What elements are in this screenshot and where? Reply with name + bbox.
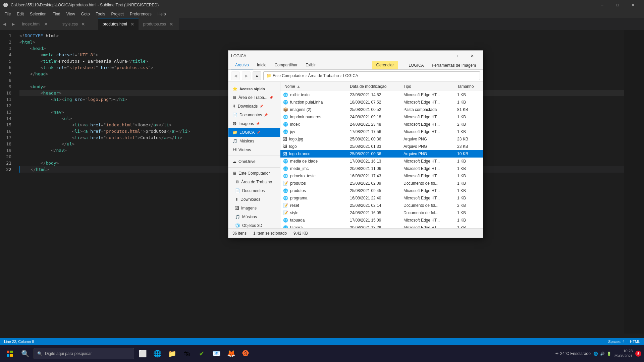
menu-tools[interactable]: Tools [93,11,108,17]
menu-goto[interactable]: Goto [78,11,93,17]
file-row-function-pula[interactable]: 🌐function pulaLinha 18/08/2021 07:52 Mic… [280,99,483,106]
ribbon-tab-compartilhar[interactable]: Compartilhar [270,61,302,69]
col-nome[interactable]: Nome ▲ [282,84,347,89]
task-view-button[interactable]: ⬜ [136,347,149,360]
sidebar-item-videos-quick[interactable]: 🎞 Vídeos [228,145,280,154]
line-num-21: 21 [0,160,11,166]
menu-edit[interactable]: Edit [14,11,26,17]
file-row-produtos-doc[interactable]: 📝produtos 25/08/2021 02:09 Documento de … [280,180,483,187]
tab-index-html[interactable]: index.html ✕ [17,18,58,30]
tab-close-style-css[interactable]: ✕ [80,21,86,27]
menu-selection[interactable]: Selection [27,11,49,17]
sidebar-item-este-computador[interactable]: 🖥 Este Computador [228,169,280,178]
file-row-medir-imc[interactable]: 🌐medir_imc 20/08/2021 11:06 Microsoft Ed… [280,165,483,172]
tab-nav-prev[interactable]: ◀ [0,18,9,30]
sidebar-item-musicas-sub[interactable]: 🎵 Músicas [228,213,280,221]
menu-view[interactable]: View [64,11,78,17]
taskbar-weather[interactable]: ☀ 24°C Ensolarado [555,351,591,356]
store-icon[interactable]: 🛍 [180,347,193,360]
notification-badge[interactable]: 5 [635,351,641,357]
sidebar-item-imagens-quick[interactable]: 🖼 Imagens 📌 [228,119,280,128]
firefox-icon[interactable]: 🦊 [225,347,237,360]
mail-icon[interactable]: 📧 [210,347,223,360]
menu-help[interactable]: Help [155,11,169,17]
edge-icon[interactable]: 🌐 [151,347,164,360]
file-row-logo[interactable]: 🖼logo 25/08/2021 01:33 Arquivo PNG 23 KB [280,143,483,150]
fe-maximize-button[interactable]: □ [448,51,464,61]
taskbar-search-box[interactable]: 🔍 Digite aqui para pesquisar [34,348,134,359]
sidebar-item-area-trabalho[interactable]: 🖥 Área de Traba... 📌 [228,93,280,102]
menu-project[interactable]: Project [109,11,126,17]
file-row-imagens-2[interactable]: 📦imagens (2) 25/08/2021 00:52 Pasta comp… [280,106,483,113]
sidebar-item-acesso-rapido[interactable]: ⭐ Acesso rápido [228,84,280,93]
ribbon-tab-ferramentas[interactable]: Ferramentas de Imagem [428,61,480,69]
fe-close-button[interactable]: ✕ [465,51,480,61]
volume-icon[interactable]: 🔊 [600,352,605,356]
fe-back-button[interactable]: ◀ [231,71,240,80]
maximize-button[interactable]: □ [610,0,625,10]
taskbar-sys-icons: 🌐 🔊 🔋 [593,352,611,356]
search-button[interactable]: 🔍 [19,347,32,360]
tab-close-index-html[interactable]: ✕ [43,21,49,27]
file-type-medir: Microsoft Edge HT... [401,166,454,171]
file-row-tamara[interactable]: 🌐tamara 20/08/2021 13:29 Microsoft Edge … [280,224,483,228]
statusbar: Line 22, Column 8 Spaces: 4 HTML [0,338,644,345]
file-row-logo-branco[interactable]: 🖼logo-branco 25/08/2021 00:36 Arquivo PN… [280,150,483,158]
tab-style-css[interactable]: style.css ✕ [58,18,98,30]
sidebar-item-musicas-quick[interactable]: 🎵 Músicas [228,137,280,145]
file-row-tabuada[interactable]: 🌐tabuada 17/08/2021 15:09 Microsoft Edge… [280,217,483,224]
menu-find[interactable]: Find [50,11,63,17]
tab-nav-next[interactable]: ▶ [9,18,17,30]
sidebar-item-logica[interactable]: 📁 LOGICA 📌 [228,128,280,137]
col-size[interactable]: Tamanho [454,84,481,89]
minimize-button[interactable]: ─ [594,0,610,10]
line-num-20: 20 [0,154,11,160]
file-row-primeiro-teste[interactable]: 🌐primeiro_teste 16/08/2021 17:43 Microso… [280,172,483,180]
sidebar-item-downloads-quick[interactable]: ⬇ Downloads 📌 [228,102,280,111]
fe-address-path[interactable]: 📁 Este Computador › Área de Trabalho › L… [263,71,480,80]
network-icon[interactable]: 🌐 [593,352,598,356]
battery-icon[interactable]: 🔋 [607,352,611,356]
sidebar-item-onedrive[interactable]: ☁ OneDrive [228,157,280,166]
file-explorer-icon[interactable]: 📁 [166,347,178,360]
tab-produtos-css[interactable]: produtos.css ✕ [139,18,179,30]
sidebar-item-documentos-quick[interactable]: 📄 Documentos 📌 [228,111,280,119]
sublime-icon[interactable]: 🅢 [239,347,252,360]
tab-close-produtos-html[interactable]: ✕ [130,21,135,27]
fe-up-button[interactable]: ▲ [253,71,261,80]
col-type[interactable]: Tipo [401,84,454,89]
file-row-produtos-html[interactable]: 🌐produtos 25/08/2021 09:45 Microsoft Edg… [280,187,483,194]
file-row-style[interactable]: 📝style 24/08/2021 16:05 Documento de fol… [280,209,483,217]
sidebar-item-documentos-sub[interactable]: 📄 Documentos [228,186,280,195]
menu-preferences[interactable]: Preferences [127,11,154,17]
ribbon-tab-exibir[interactable]: Exibir [302,61,320,69]
ribbon-tab-gerenciar[interactable]: Gerenciar [372,61,398,69]
ribbon-tab-inicio[interactable]: Início [253,61,271,69]
menu-file[interactable]: File [2,11,13,17]
fe-filelist[interactable]: Nome ▲ Data de modificação Tipo Tamanho … [280,82,483,228]
fe-forward-button[interactable]: ▶ [242,71,251,80]
taskbar-clock[interactable]: 10:23 25/08/2021 [614,349,633,359]
fe-minimize-button[interactable]: ─ [432,51,448,61]
file-row-reset[interactable]: 📝reset 25/08/2021 02:14 Documento de fol… [280,202,483,209]
sidebar-item-imagens-sub[interactable]: 🖼 Imagens [228,204,280,213]
file-row-exibir-texto[interactable]: 🌐exibir texto 23/08/2021 14:52 Microsoft… [280,91,483,99]
file-row-imprimir[interactable]: 🌐imprimir numeros 24/08/2021 09:18 Micro… [280,113,483,121]
tab-produtos-html[interactable]: produtos.html ✕ [98,18,139,30]
file-row-index[interactable]: 🌐index 24/08/2021 23:48 Microsoft Edge H… [280,121,483,128]
file-row-jqv[interactable]: 🌐jqv 17/08/2021 17:56 Microsoft Edge HT.… [280,128,483,135]
tab-close-produtos-css[interactable]: ✕ [169,21,174,27]
start-button[interactable] [3,347,17,361]
sidebar-item-objetos-3d[interactable]: 🧊 Objetos 3D [228,221,280,228]
file-row-media-idade[interactable]: 🌐media de idade 17/08/2021 16:13 Microso… [280,158,483,165]
ribbon-tab-arquivo[interactable]: Arquivo [231,61,253,69]
line-num-5: 5 [0,58,11,64]
todo-icon[interactable]: ✔ [195,347,208,360]
close-button[interactable]: ✕ [625,0,641,10]
sidebar-item-downloads-sub[interactable]: ⬇ Downloads [228,195,280,204]
file-row-logo-jpg[interactable]: 🖼logo.jpg 25/08/2021 00:36 Arquivo PNG 2… [280,135,483,143]
col-date[interactable]: Data de modificação [347,84,401,89]
fe-window-title: LOGICA [231,54,246,58]
file-row-programa[interactable]: 🌐programa 16/08/2021 22:40 Microsoft Edg… [280,194,483,202]
sidebar-item-area-trabalho-sub[interactable]: 🖥 Área de Trabalho [228,178,280,186]
